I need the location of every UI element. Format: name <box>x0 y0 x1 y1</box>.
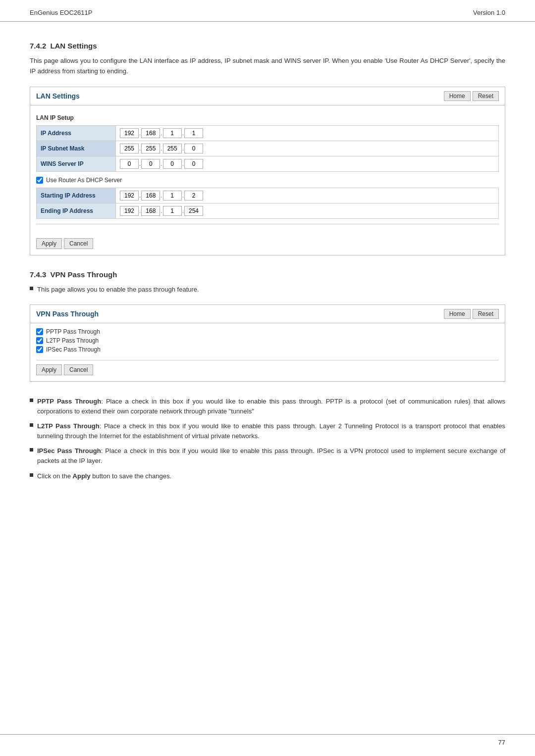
end-octet2[interactable] <box>141 206 160 216</box>
section-743-intro-list: This page allows you to enable the pass … <box>30 285 505 295</box>
subnet-mask-label: IP Subnet Mask <box>37 141 116 156</box>
lan-apply-button[interactable]: Apply <box>36 238 62 249</box>
ip-address-label: IP Address <box>37 125 116 141</box>
wins-server-value: . . . <box>116 156 499 171</box>
ip-address-row: IP Address . . . <box>37 125 499 141</box>
l2tp-bullet: L2TP Pass Through: Place a check in this… <box>30 421 505 441</box>
start-octet2[interactable] <box>141 191 160 201</box>
vpn-checkboxes-container: PPTP Pass Through L2TP Pass Through IPSe… <box>30 323 505 360</box>
start-octet3[interactable] <box>163 191 182 201</box>
starting-ip-label: Starting IP Address <box>37 188 116 203</box>
lan-widget-header: LAN Settings Home Reset <box>30 87 505 105</box>
vpn-apply-button[interactable]: Apply <box>36 364 62 375</box>
section-743-heading: 7.4.3VPN Pass Through <box>30 270 505 279</box>
ip-address-octet2[interactable] <box>141 128 160 138</box>
subnet-octet1[interactable] <box>120 144 139 153</box>
lan-cancel-button[interactable]: Cancel <box>64 238 93 249</box>
lan-settings-widget: LAN Settings Home Reset LAN IP Setup IP … <box>30 87 505 255</box>
bullet-icon-l2tp <box>30 423 33 427</box>
subnet-mask-inputs: . . . <box>120 144 494 153</box>
wins-octet4[interactable] <box>184 159 203 169</box>
apply-bullet-text: Click on the Apply button to save the ch… <box>37 471 171 481</box>
end-octet3[interactable] <box>163 206 182 216</box>
bullet-icon-pptp <box>30 399 33 402</box>
starting-ip-inputs: . . . <box>120 191 494 201</box>
ipsec-checkbox-row: IPSec Pass Through <box>36 346 499 353</box>
ipsec-bullet-text: IPSec Pass Through: Place a check in thi… <box>37 446 505 466</box>
header-right: Version 1.0 <box>473 9 505 16</box>
ip-address-value: . . . <box>116 125 499 141</box>
ip-address-octet4[interactable] <box>184 128 203 138</box>
subnet-octet2[interactable] <box>141 144 160 153</box>
main-content: 7.4.2LAN Settings This page allows you t… <box>0 32 535 506</box>
ending-ip-label: Ending IP Address <box>37 203 116 218</box>
section-743-num: 7.4.3 <box>30 270 46 279</box>
vpn-action-buttons: Apply Cancel <box>30 360 505 381</box>
lan-header-buttons: Home Reset <box>444 91 499 101</box>
section-743-title: VPN Pass Through <box>50 270 117 279</box>
end-octet4[interactable] <box>184 206 203 216</box>
end-octet1[interactable] <box>120 206 139 216</box>
apply-term: Apply <box>73 472 91 480</box>
dhcp-range-table: Starting IP Address . . . <box>36 188 499 219</box>
pptp-bullet: PPTP Pass Through: Place a check in this… <box>30 397 505 416</box>
lan-home-button[interactable]: Home <box>444 91 471 101</box>
vpn-reset-button[interactable]: Reset <box>473 309 499 319</box>
section-742-title: LAN Settings <box>50 42 97 50</box>
wins-octet2[interactable] <box>141 159 160 169</box>
lan-reset-button[interactable]: Reset <box>473 91 499 101</box>
lan-widget-title: LAN Settings <box>36 92 80 100</box>
bullet-icon <box>30 287 33 290</box>
starting-ip-value: . . . <box>116 188 499 203</box>
pptp-checkbox[interactable] <box>36 328 43 335</box>
start-octet1[interactable] <box>120 191 139 201</box>
subnet-mask-value: . . . <box>116 141 499 156</box>
section-742-num: 7.4.2 <box>30 42 46 50</box>
page-number: 77 <box>498 739 505 746</box>
ip-address-octet1[interactable] <box>120 128 139 138</box>
vpn-widget-title: VPN Pass Through <box>36 310 99 318</box>
pptp-term: PPTP Pass Through <box>37 398 101 405</box>
ending-ip-value: . . . <box>116 203 499 218</box>
dhcp-checkbox[interactable] <box>36 177 43 184</box>
ipsec-term: IPSec Pass Through <box>37 447 101 454</box>
pptp-checkbox-row: PPTP Pass Through <box>36 328 499 335</box>
header-left: EnGenius EOC2611P <box>30 9 92 16</box>
page-header: EnGenius EOC2611P Version 1.0 <box>0 0 535 22</box>
l2tp-checkbox-label[interactable]: L2TP Pass Through <box>46 337 99 344</box>
section-742-description: This page allows you to configure the LA… <box>30 56 505 77</box>
subnet-octet3[interactable] <box>163 144 182 153</box>
subnet-mask-row: IP Subnet Mask . . . <box>37 141 499 156</box>
pptp-bullet-text: PPTP Pass Through: Place a check in this… <box>37 397 505 416</box>
starting-ip-row: Starting IP Address . . . <box>37 188 499 203</box>
section-743-description: This page allows you to enable the pass … <box>37 285 199 295</box>
lan-form-table: IP Address . . . <box>36 125 499 172</box>
vpn-home-button[interactable]: Home <box>444 309 471 319</box>
vpn-cancel-button[interactable]: Cancel <box>64 364 93 375</box>
lan-ip-setup-label: LAN IP Setup <box>36 114 499 121</box>
page-footer: 77 <box>0 734 535 746</box>
start-octet4[interactable] <box>184 191 203 201</box>
vpn-widget-header: VPN Pass Through Home Reset <box>30 305 505 323</box>
l2tp-checkbox[interactable] <box>36 337 43 344</box>
ip-address-octet3[interactable] <box>163 128 182 138</box>
wins-octet3[interactable] <box>163 159 182 169</box>
lan-action-buttons: Apply Cancel <box>30 234 505 255</box>
pptp-checkbox-label[interactable]: PPTP Pass Through <box>46 328 100 335</box>
dhcp-checkbox-label[interactable]: Use Router As DHCP Server <box>46 177 122 184</box>
bullet-icon-apply <box>30 473 33 477</box>
ipsec-checkbox-label[interactable]: IPSec Pass Through <box>46 346 101 353</box>
ending-ip-row: Ending IP Address . . . <box>37 203 499 218</box>
ipsec-bullet: IPSec Pass Through: Place a check in thi… <box>30 446 505 466</box>
wins-octet1[interactable] <box>120 159 139 169</box>
ipsec-checkbox[interactable] <box>36 346 43 353</box>
wins-server-row: WINS Server IP . . . <box>37 156 499 171</box>
l2tp-checkbox-row: L2TP Pass Through <box>36 337 499 344</box>
vpn-header-buttons: Home Reset <box>444 309 499 319</box>
apply-bullet: Click on the Apply button to save the ch… <box>30 471 505 481</box>
wins-server-label: WINS Server IP <box>37 156 116 171</box>
vpn-bullets-list: PPTP Pass Through: Place a check in this… <box>30 397 505 481</box>
subnet-octet4[interactable] <box>184 144 203 153</box>
l2tp-term: L2TP Pass Through <box>37 422 100 430</box>
ip-address-inputs: . . . <box>120 128 494 138</box>
